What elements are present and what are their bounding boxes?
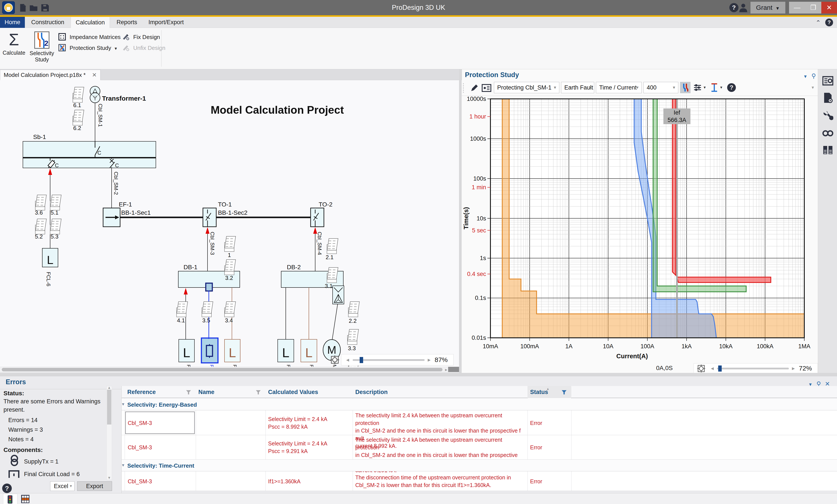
note-icon[interactable]: [225, 236, 236, 251]
cell-status[interactable]: Error: [530, 444, 542, 451]
scroll-right-arrow-icon[interactable]: ▸: [445, 367, 447, 372]
report-settings-icon[interactable]: [822, 92, 833, 103]
close-button[interactable]: ✕: [821, 2, 837, 14]
view-mode-dropdown[interactable]: Time / Current▼: [596, 82, 642, 93]
note-icon[interactable]: [202, 302, 213, 317]
group-row[interactable]: [122, 398, 837, 410]
chart-zoom-thumb[interactable]: [718, 366, 722, 372]
selectivity-study-button[interactable]: 2 Selectivity Study: [29, 30, 55, 67]
canvas-horizontal-scrollbar[interactable]: ▸: [0, 367, 448, 372]
note-icon[interactable]: [73, 87, 84, 102]
vertical-splitter[interactable]: [459, 69, 462, 373]
canvas-zoom-track[interactable]: [353, 359, 425, 361]
filter-icon-reference[interactable]: [186, 390, 191, 395]
column-header-status[interactable]: Status: [530, 386, 548, 398]
errors-view-tab[interactable]: [3, 494, 17, 504]
cell-description[interactable]: The disconnection time of the upstream o…: [355, 474, 525, 489]
note-icon[interactable]: [50, 195, 61, 210]
ribbon-tab-construction[interactable]: Construction: [25, 17, 71, 28]
column-header-name[interactable]: Name: [198, 386, 214, 398]
note-icon[interactable]: [348, 329, 359, 344]
cell-reference[interactable]: Cbl_SM-3: [128, 444, 152, 451]
column-header-reference[interactable]: Reference: [127, 386, 156, 398]
time-current-chart[interactable]: Ief566.3A10mA100mA1A10A100A1kA10kA100kA1…: [462, 96, 818, 364]
unfix-design-button[interactable]: Unfix Design: [122, 43, 165, 52]
horizontal-splitter[interactable]: [0, 373, 837, 376]
toolbar-overflow-icon[interactable]: ▼: [811, 86, 815, 90]
marker-tool-button[interactable]: ▼: [709, 82, 725, 93]
column-header-description[interactable]: Description: [355, 386, 388, 398]
note-icon[interactable]: [35, 195, 47, 210]
zoom-out-arrow-icon[interactable]: ◄: [345, 357, 350, 363]
impedance-matrices-button[interactable]: Impedance Matrices: [58, 33, 121, 41]
group-row[interactable]: [122, 460, 837, 471]
errors-scrollbar[interactable]: ▲ ▼: [106, 386, 112, 480]
zoom-in-arrow-icon[interactable]: ►: [427, 357, 431, 363]
chevron-down-icon[interactable]: ▼: [113, 46, 118, 51]
close-document-icon[interactable]: ✕: [92, 72, 97, 78]
dual-panel-icon[interactable]: [822, 145, 833, 155]
group-collapse-icon[interactable]: ▼: [121, 402, 125, 407]
filter-icon-status[interactable]: [562, 390, 567, 395]
panel-menu-icon[interactable]: ▼: [803, 74, 807, 79]
curves-view-button[interactable]: [680, 82, 691, 93]
maximize-button[interactable]: ❐: [805, 2, 821, 14]
fix-design-button[interactable]: Fix Design: [122, 33, 160, 41]
scroll-down-arrow-icon[interactable]: ▼: [107, 476, 112, 480]
note-icon[interactable]: [73, 110, 84, 125]
ribbon-tab-import-export[interactable]: Import/Export: [144, 17, 188, 28]
edit-pencil-icon[interactable]: [470, 83, 479, 92]
binoculars-icon[interactable]: [822, 127, 833, 138]
scrollbar-thumb[interactable]: [107, 390, 111, 425]
note-icon[interactable]: [225, 302, 236, 317]
zoom-to-fit-icon[interactable]: [697, 364, 706, 373]
curve-settings-button[interactable]: ▼: [692, 82, 708, 93]
cell-status[interactable]: Error: [530, 478, 542, 485]
schematic-drawing[interactable]: Transformer-1Sb-1CCCEF-1BB-1-Sec1TO-1BB-…: [0, 80, 459, 367]
device-card-icon[interactable]: [482, 84, 491, 92]
cell-reference[interactable]: Cbl_SM-3: [128, 478, 152, 485]
note-icon[interactable]: [225, 260, 236, 275]
calculate-button[interactable]: Σ Calculate: [2, 30, 26, 67]
minimize-button[interactable]: —: [789, 2, 805, 14]
canvas-zoom-thumb[interactable]: [360, 357, 363, 363]
zoom-in-arrow-icon[interactable]: ►: [791, 366, 796, 371]
document-tab[interactable]: Model Calculation Project.p18x * ✕: [0, 70, 101, 80]
column-header-calculated-values[interactable]: Calculated Values: [268, 386, 318, 398]
cell-calculated-values[interactable]: Selectivity Limit = 2.4 kAPscc = 8.992 k…: [268, 415, 327, 431]
zoom-out-arrow-icon[interactable]: ◄: [710, 366, 715, 371]
collapse-ribbon-icon[interactable]: ⌃: [816, 19, 821, 26]
export-button[interactable]: Export: [77, 481, 112, 491]
note-icon[interactable]: [50, 219, 61, 234]
cell-reference[interactable]: Cbl_SM-3: [128, 419, 152, 427]
export-format-dropdown[interactable]: Excel▼: [50, 481, 74, 491]
ribbon-tab-home[interactable]: Home: [0, 17, 25, 28]
group-collapse-icon[interactable]: ▼: [121, 463, 125, 468]
wrench-icon[interactable]: [822, 110, 833, 121]
pin-icon[interactable]: ⚲: [812, 73, 816, 79]
protection-study-button[interactable]: Protection Study ▼: [58, 43, 118, 52]
sort-ascending-icon[interactable]: ▲: [546, 387, 550, 391]
properties-panel-icon[interactable]: [822, 75, 833, 86]
note-icon[interactable]: [348, 302, 359, 317]
note-icon[interactable]: [177, 302, 188, 317]
value-dropdown[interactable]: 400▼: [643, 82, 678, 93]
cell-calculated-values[interactable]: If1>=1.360kA: [268, 478, 301, 485]
ribbon-tab-calculation[interactable]: Calculation: [71, 17, 110, 28]
help-icon[interactable]: ?: [2, 484, 12, 493]
help-icon[interactable]: ?: [729, 3, 738, 12]
chart-help-button[interactable]: ?: [726, 82, 737, 93]
scrollbar-thumb[interactable]: [2, 368, 443, 371]
ribbon-tab-reports[interactable]: Reports: [110, 17, 144, 28]
user-icon[interactable]: [737, 3, 749, 12]
chart-zoom-track[interactable]: [717, 368, 789, 369]
ribbon-help-icon[interactable]: ?: [825, 19, 833, 26]
cell-calculated-values[interactable]: Selectivity Limit = 2.4 kAPscc = 9.291 k…: [268, 440, 327, 455]
note-icon[interactable]: [327, 267, 338, 283]
drag-handle[interactable]: [463, 83, 464, 93]
filter-icon-name[interactable]: [256, 390, 261, 395]
zoom-to-fit-icon[interactable]: [330, 355, 340, 365]
note-icon[interactable]: [35, 219, 47, 234]
errors-table[interactable]: ReferenceNameCalculated ValuesDescriptio…: [121, 386, 837, 493]
fault-type-dropdown[interactable]: Earth Fault▼: [561, 82, 594, 93]
